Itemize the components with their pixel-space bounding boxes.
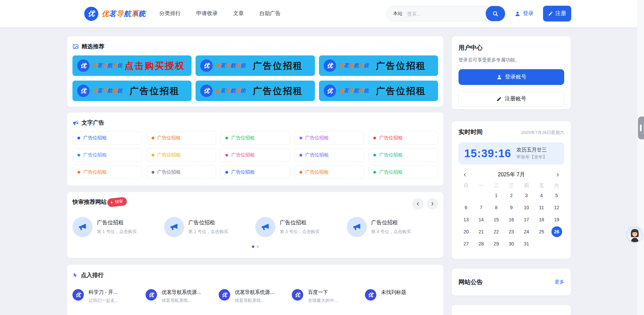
calendar-day[interactable]: 17	[519, 214, 534, 226]
fast-review-item[interactable]: 广告位招租第 3 号位，点击购买	[255, 217, 347, 237]
login-account-button[interactable]: 登录账号	[459, 69, 564, 85]
rank-item[interactable]: 优优茗导航系统源...优茗导航系统...	[146, 289, 219, 304]
assistant-mascot[interactable]	[627, 226, 643, 242]
site-logo-icon: 优	[72, 289, 84, 301]
fast-review-item[interactable]: 广告位招租第 4 号位，点击购买	[347, 217, 438, 237]
nav-item-自助广告[interactable]: 自助广告	[259, 10, 281, 17]
nav-item-首页[interactable]: 首页	[133, 10, 144, 17]
click-rank-title: 点入排行	[81, 271, 104, 279]
text-ad-item[interactable]: 广告位招租	[294, 166, 364, 179]
calendar-day-number: 5	[551, 190, 562, 201]
text-ad-item[interactable]: 广告位招租	[72, 131, 142, 145]
rank-item[interactable]: 优优茗导航系统源...优茗导航系统...	[219, 289, 292, 304]
scrollbar-track[interactable]	[637, 0, 644, 315]
ad-banner[interactable]: 优优茗导航系统广告位招租	[72, 81, 192, 101]
calendar-day[interactable]: 11	[534, 201, 549, 214]
calendar-day[interactable]: 8	[489, 201, 504, 214]
carousel-prev-button[interactable]	[412, 198, 424, 210]
fast-review-item[interactable]: 广告位招租第 2 号位，点击购买	[164, 217, 256, 237]
search-button[interactable]	[486, 6, 505, 21]
nav-item-文章[interactable]: 文章	[233, 10, 244, 17]
calendar-day-number: 14	[476, 214, 487, 225]
calendar-prev-button[interactable]	[461, 171, 469, 179]
calendar-day-number: 1	[491, 190, 502, 201]
carousel-dot[interactable]	[257, 245, 259, 248]
bullet-dot	[373, 154, 376, 156]
notice-title: 网站公告	[459, 278, 483, 286]
calendar-grid: 1234567891011121314151617181920212223242…	[459, 189, 564, 250]
calendar-next-button[interactable]	[554, 171, 561, 179]
rank-item[interactable]: 优百度一下全球最大的中...	[292, 289, 365, 304]
carousel-next-button[interactable]	[427, 198, 438, 210]
register-button[interactable]: 注册	[543, 6, 571, 21]
text-ad-item[interactable]: 广告位招租	[72, 148, 142, 162]
text-ad-label: 广告位招租	[157, 169, 181, 175]
calendar-day[interactable]: 31	[519, 238, 534, 250]
calendar-day[interactable]: 4	[534, 189, 549, 201]
text-ad-item[interactable]: 广告位招租	[220, 131, 290, 145]
carousel-dot[interactable]	[252, 245, 254, 248]
text-ad-item[interactable]: 广告位招租	[368, 131, 438, 145]
text-ad-item[interactable]: 广告位招租	[294, 131, 364, 145]
calendar-day[interactable]: 7	[474, 201, 489, 214]
calendar-day[interactable]: 24	[519, 226, 534, 238]
calendar-day[interactable]: 28	[474, 238, 489, 250]
nav-item-申请收录[interactable]: 申请收录	[196, 10, 218, 17]
fast-review-text: 广告位招租第 1 号位，点击购买	[97, 219, 137, 235]
calendar-day[interactable]: 15	[489, 214, 504, 226]
calendar-day[interactable]: 14	[474, 214, 489, 226]
calendar-day[interactable]: 3	[519, 189, 534, 201]
text-ad-item[interactable]: 广告位招租	[294, 148, 364, 162]
register-account-button[interactable]: 注册账号	[459, 91, 564, 107]
calendar-day[interactable]: 9	[504, 201, 519, 214]
calendar-day[interactable]: 10	[519, 201, 534, 214]
text-ad-item[interactable]: 广告位招租	[147, 148, 216, 162]
search-input[interactable]	[407, 6, 486, 21]
text-ad-item[interactable]: 广告位招租	[147, 166, 216, 179]
calendar-day[interactable]: 23	[504, 226, 519, 238]
calendar-day[interactable]: 25	[534, 226, 549, 238]
rank-item-subtitle: 让我们一起走...	[89, 298, 118, 304]
ad-banner[interactable]: 优优茗导航系统广告位招租	[196, 81, 315, 101]
brand-name: 优茗导航系统	[339, 62, 369, 69]
calendar-day-number: 27	[461, 238, 472, 249]
text-ad-item[interactable]: 广告位招租	[220, 148, 290, 162]
ad-banner[interactable]: 优优茗导航系统广告位招租	[319, 81, 438, 101]
calendar-day[interactable]: 29	[489, 238, 504, 250]
calendar-day[interactable]: 6	[459, 201, 474, 214]
text-ad-item[interactable]: 广告位招租	[220, 166, 290, 179]
notice-more-link[interactable]: 更多	[555, 279, 564, 285]
nav-item-分类排行[interactable]: 分类排行	[159, 10, 181, 17]
calendar-day[interactable]: 13	[459, 214, 474, 226]
rank-item[interactable]: 优未找到标题	[365, 289, 438, 304]
text-ad-item[interactable]: 广告位招租	[368, 148, 438, 162]
text-ad-item[interactable]: 广告位招租	[72, 166, 142, 179]
login-link[interactable]: 登录	[515, 0, 534, 27]
calendar-day-number: 31	[521, 238, 532, 249]
calendar-day[interactable]: 30	[504, 238, 519, 250]
calendar-day[interactable]: 1	[489, 189, 504, 201]
calendar-day[interactable]: 2	[504, 189, 519, 201]
text-ad-label: 广告位招租	[83, 135, 107, 141]
calendar-day[interactable]: 20	[459, 226, 474, 238]
calendar-day[interactable]: 12	[549, 201, 564, 214]
fast-review-item[interactable]: 广告位招租第 1 号位，点击购买	[72, 217, 164, 237]
calendar-day[interactable]: 26	[549, 226, 564, 238]
rank-item[interactable]: 优科学刀 - 开...让我们一起走...	[72, 289, 146, 304]
calendar-day[interactable]: 16	[504, 214, 519, 226]
ad-banner[interactable]: 优优茗导航系统点击购买授权	[72, 55, 192, 76]
text-ads-title: 文字广告	[82, 119, 104, 127]
megaphone-icon	[347, 217, 367, 237]
text-ad-item[interactable]: 广告位招租	[368, 166, 438, 179]
calendar-day[interactable]: 5	[549, 189, 564, 201]
text-ad-item[interactable]: 广告位招租	[147, 131, 216, 145]
ad-banner[interactable]: 优优茗导航系统广告位招租	[196, 55, 315, 76]
search-scope-select[interactable]: 本站	[386, 11, 407, 17]
calendar-day[interactable]: 19	[549, 214, 564, 226]
ad-banner[interactable]: 优优茗导航系统广告位招租	[319, 55, 438, 76]
scrollbar-thumb[interactable]	[638, 117, 644, 139]
calendar-day[interactable]: 18	[534, 214, 549, 226]
calendar-day[interactable]: 21	[474, 226, 489, 238]
calendar-day[interactable]: 22	[489, 226, 504, 238]
calendar-day[interactable]: 27	[459, 238, 474, 250]
